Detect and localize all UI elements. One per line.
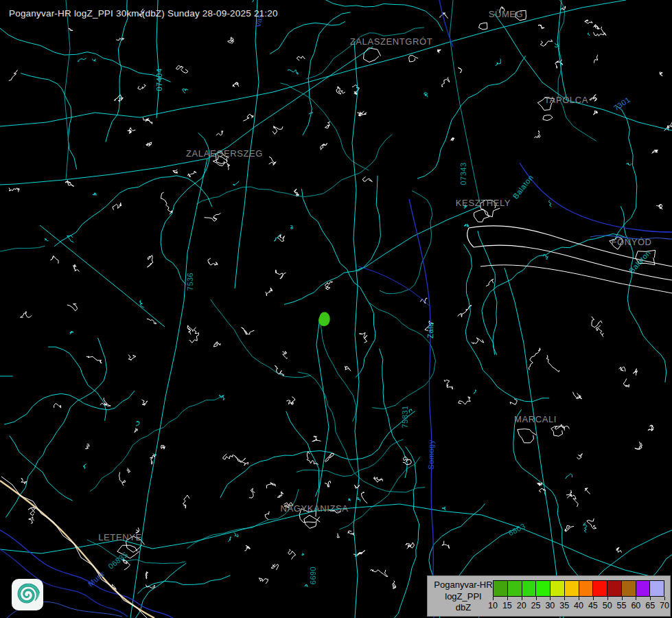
place-label: ZALASZENTGRÓT — [350, 36, 432, 47]
legend-product: logZ_PPI — [432, 591, 495, 603]
legend-tick-mark — [493, 597, 494, 600]
legend-tick-label: 35 — [559, 601, 569, 610]
place-label: SÜMEG — [489, 9, 524, 19]
legend-scale: 10152025303540455055606570 — [493, 580, 664, 613]
legend-tick-label: 10 — [488, 601, 498, 610]
legend-color-cell — [636, 580, 651, 597]
legend-tick-mark — [650, 597, 651, 600]
legend-tick-mark — [579, 597, 579, 600]
legend-tick-label: 40 — [574, 601, 583, 610]
legend-tick-mark — [636, 597, 636, 600]
legend-tick-label: 65 — [645, 601, 655, 610]
road-label: 7301 — [612, 95, 632, 112]
legend-tick-mark — [664, 597, 665, 600]
place-label: KESZTHELY — [456, 198, 511, 208]
road-label: Balaton — [511, 173, 535, 201]
legend-tick-label: 25 — [531, 601, 541, 610]
road-label: 7536 — [186, 273, 194, 290]
road-label: Zala — [426, 322, 435, 338]
place-label: LETENYE — [98, 532, 141, 542]
road-label: Mura — [86, 569, 106, 588]
legend-tick-mark — [522, 597, 522, 600]
road-label: Somogy — [427, 439, 435, 469]
legend-tick-row: 10152025303540455055606570 — [493, 597, 664, 613]
place-label: MARCALI — [514, 414, 557, 424]
weather-spiral-icon — [14, 581, 41, 608]
place-label: NAGYKANIZSA — [280, 503, 348, 514]
legend-panel: Poganyvar-HR logZ_PPI dbZ 10152025303540… — [427, 575, 671, 617]
legend-tick-mark — [536, 597, 537, 600]
place-label: ZALAEGERSZEG — [186, 148, 263, 159]
legend-tick-label: 60 — [631, 601, 640, 610]
legend-color-cell — [607, 580, 622, 597]
legend-tick-label: 50 — [603, 601, 612, 610]
legend-radar-name: Poganyvar-HR — [432, 580, 495, 591]
legend-tick-label: 45 — [588, 601, 598, 610]
weather-app-logo[interactable] — [12, 579, 43, 610]
legend-tick-mark — [507, 597, 508, 600]
road-label: 07343 — [459, 162, 467, 185]
legend-color-cell — [551, 580, 565, 597]
legend-text-block: Poganyvar-HR logZ_PPI dbZ — [432, 580, 495, 614]
legend-tick-label: 20 — [517, 601, 526, 610]
legend-tick-label: 70 — [660, 601, 669, 610]
legend-color-cell — [593, 580, 607, 597]
radar-title: Poganyvar-HR logZ_PPI 30km (dbZ) Sunday … — [9, 8, 278, 19]
road-label: 75831 — [401, 405, 409, 428]
legend-unit: dbZ — [432, 602, 495, 614]
radar-screen: SÜMEGZALASZENTGRÓTTAPOLCAZALAEGERSZEGKES… — [0, 0, 672, 618]
legend-tick-label: 55 — [617, 601, 627, 610]
legend-color-cell — [565, 580, 579, 597]
legend-tick-mark — [607, 597, 608, 600]
legend-tick-mark — [564, 597, 565, 600]
place-label: FONYÓD — [611, 237, 651, 247]
legend-color-cell — [536, 580, 551, 597]
legend-color-cell — [579, 580, 594, 597]
road-label: Balaton — [627, 249, 652, 275]
legend-tick-label: 30 — [545, 601, 555, 610]
legend-color-cell — [622, 580, 636, 597]
road-label: 06835 — [106, 550, 129, 571]
legend-tick-mark — [550, 597, 551, 600]
legend-tick-mark — [622, 597, 623, 600]
legend-color-cell — [493, 580, 508, 597]
road-label: 6803 — [507, 521, 526, 537]
legend-color-cell — [650, 580, 664, 597]
map-labels-layer: SÜMEGZALASZENTGRÓTTAPOLCAZALAEGERSZEGKES… — [0, 0, 672, 618]
road-label: 07404 — [155, 68, 163, 91]
legend-tick-label: 15 — [502, 601, 512, 610]
legend-color-cell — [522, 580, 537, 597]
legend-tick-mark — [593, 597, 594, 600]
legend-color-bar — [493, 580, 664, 597]
legend-color-cell — [508, 580, 522, 597]
place-label: TAPOLCA — [544, 95, 588, 105]
road-label: 6690 — [309, 566, 317, 584]
